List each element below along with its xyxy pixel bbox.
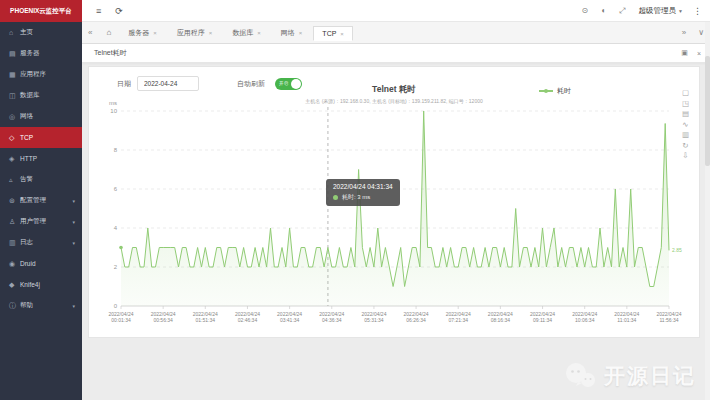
sidebar-item-http-icon: ◈ xyxy=(9,155,20,163)
more-options-icon[interactable]: ⋮ xyxy=(693,6,702,16)
sidebar-item-home[interactable]: ⌂主页 xyxy=(0,22,82,43)
svg-text:08:16:34: 08:16:34 xyxy=(491,317,511,323)
user-name: 超级管理员 xyxy=(638,6,676,15)
sidebar-item-servers-icon: ▤ xyxy=(9,50,20,58)
sidebar-item-label: Knife4j xyxy=(20,281,40,288)
sidebar-item-logs-icon: ▥ xyxy=(9,239,20,247)
sidebar-item-knife4j[interactable]: ◆Knife4j xyxy=(0,274,82,295)
page-scrollbar[interactable] xyxy=(705,22,710,400)
scrollbar-thumb[interactable] xyxy=(705,56,710,166)
sidebar-item-label: 帮助 xyxy=(20,301,33,310)
svg-text:2: 2 xyxy=(114,264,118,270)
chevron-down-icon: ▾ xyxy=(72,198,75,204)
tabs-scroll-right-icon[interactable]: » xyxy=(682,28,686,37)
chart-title: Telnet 耗时 xyxy=(89,84,699,96)
chevron-down-icon: ▾ xyxy=(72,219,75,225)
tabs-scroll-left-icon[interactable]: « xyxy=(88,28,92,37)
tabs-holder: 服务器×应用程序×数据库×网络×TCP× xyxy=(119,24,355,42)
svg-text:01:51:34: 01:51:34 xyxy=(196,317,216,323)
sidebar-item-label: 网络 xyxy=(20,112,33,121)
top-bar: ≡ ⟳ ⊙ ◐ ⤢ 超级管理员 ▼ ⋮ xyxy=(82,0,710,22)
tab-close-icon[interactable]: × xyxy=(299,30,303,36)
app-logo: PHOENIX云监控平台 xyxy=(0,0,82,22)
svg-text:06:26:34: 06:26:34 xyxy=(406,317,426,323)
tab-close-icon[interactable]: × xyxy=(153,30,157,36)
tab-label: 数据库 xyxy=(232,28,253,38)
sidebar-item-logs[interactable]: ▥日志▾ xyxy=(0,232,82,253)
sidebar-item-druid-icon: ◉ xyxy=(9,260,20,268)
menu-collapse-icon[interactable]: ≡ xyxy=(96,6,101,16)
sidebar-item-applications[interactable]: ▦应用程序 xyxy=(0,64,82,85)
svg-text:04:36:34: 04:36:34 xyxy=(322,317,342,323)
telnet-chart-card: 日期 自动刷新 开启 Telnet 耗时 主机名 (来源)：192.168.0.… xyxy=(88,66,700,338)
svg-text:10:06:34: 10:06:34 xyxy=(575,317,595,323)
sidebar-item-label: 日志 xyxy=(20,238,33,247)
chevron-down-icon: ▼ xyxy=(678,8,683,14)
sidebar-item-tcp[interactable]: ◇TCP xyxy=(0,127,82,148)
user-menu[interactable]: 超级管理员 ▼ xyxy=(638,6,683,16)
sidebar-item-users-icon: ♙ xyxy=(9,218,20,226)
tab-close-icon[interactable]: × xyxy=(257,30,261,36)
sidebar-menu: ⌂主页▤服务器▦应用程序◫数据库◎网络◇TCP◈HTTP▵告警⊛配置管理▾♙用户… xyxy=(0,22,82,316)
svg-text:8: 8 xyxy=(114,147,118,153)
sidebar-item-database[interactable]: ◫数据库 xyxy=(0,85,82,106)
sidebar-item-label: 告警 xyxy=(20,175,33,184)
sidebar-item-home-icon: ⌂ xyxy=(9,29,20,36)
tabs-chevron-down-icon[interactable]: ∨ xyxy=(698,28,704,37)
svg-text:05:31:34: 05:31:34 xyxy=(364,317,384,323)
tab-close-icon[interactable]: × xyxy=(340,31,344,37)
theme-icon[interactable]: ◐ xyxy=(601,6,606,15)
sidebar-item-config-icon: ⊛ xyxy=(9,197,20,205)
telnet-latency-chart: 0246810ms2022/04/2400:01:342022/04/2400:… xyxy=(95,97,695,329)
svg-text:09:11:34: 09:11:34 xyxy=(533,317,552,323)
tab-database[interactable]: 数据库× xyxy=(223,24,270,42)
tab-network[interactable]: 网络× xyxy=(272,24,312,42)
sidebar-item-label: 主页 xyxy=(20,28,33,37)
svg-text:02:46:34: 02:46:34 xyxy=(238,317,258,323)
sidebar-item-applications-icon: ▦ xyxy=(9,71,20,79)
sidebar-item-druid[interactable]: ◉Druid xyxy=(0,253,82,274)
tab-label: 服务器 xyxy=(128,28,149,38)
svg-text:03:41:34: 03:41:34 xyxy=(280,317,300,323)
sidebar-item-servers[interactable]: ▤服务器 xyxy=(0,43,82,64)
fullscreen-icon[interactable]: ⤢ xyxy=(619,6,625,16)
sidebar-item-alarm[interactable]: ▵告警 xyxy=(0,169,82,190)
sidebar: PHOENIX云监控平台 ⌂主页▤服务器▦应用程序◫数据库◎网络◇TCP◈HTT… xyxy=(0,0,82,400)
sidebar-item-config[interactable]: ⊛配置管理▾ xyxy=(0,190,82,211)
sidebar-item-label: Druid xyxy=(20,260,36,267)
sidebar-item-users[interactable]: ♙用户管理▾ xyxy=(0,211,82,232)
sidebar-item-knife4j-icon: ◆ xyxy=(9,281,20,289)
tab-servers[interactable]: 服务器× xyxy=(119,24,166,42)
sidebar-item-label: 应用程序 xyxy=(20,70,46,79)
tab-close-icon[interactable]: × xyxy=(209,30,213,36)
chevron-down-icon: ▾ xyxy=(72,303,75,309)
svg-text:6: 6 xyxy=(114,186,118,192)
svg-text:00:56:34: 00:56:34 xyxy=(153,317,173,323)
svg-text:4: 4 xyxy=(114,225,118,231)
svg-text:ms: ms xyxy=(109,100,117,106)
sidebar-item-tcp-icon: ◇ xyxy=(9,134,20,142)
tab-applications[interactable]: 应用程序× xyxy=(168,24,222,42)
window-restore-icon[interactable]: ▣ xyxy=(681,49,688,57)
svg-text:00:01:34: 00:01:34 xyxy=(111,317,131,323)
search-icon[interactable]: ⊙ xyxy=(582,6,589,15)
refresh-icon[interactable]: ⟳ xyxy=(115,6,123,16)
sidebar-item-label: 数据库 xyxy=(20,91,40,100)
sidebar-item-network[interactable]: ◎网络 xyxy=(0,106,82,127)
sidebar-item-network-icon: ◎ xyxy=(9,113,20,121)
legend-line-marker-icon xyxy=(539,90,553,92)
panel-close-icon[interactable]: × xyxy=(697,50,701,57)
sidebar-item-label: 服务器 xyxy=(20,49,40,58)
sidebar-item-database-icon: ◫ xyxy=(9,92,20,100)
tab-bar: « ⌂ 服务器×应用程序×数据库×网络×TCP× » ∨ xyxy=(82,22,710,44)
svg-text:0: 0 xyxy=(114,303,118,309)
page-title: Telnet耗时 xyxy=(94,48,127,58)
home-tab-icon[interactable]: ⌂ xyxy=(106,28,111,37)
legend-item-latency[interactable]: 耗时 xyxy=(539,86,571,96)
tab-tcp[interactable]: TCP× xyxy=(313,26,353,41)
sidebar-item-label: 配置管理 xyxy=(20,196,46,205)
sidebar-item-http[interactable]: ◈HTTP xyxy=(0,148,82,169)
svg-text:07:21:34: 07:21:34 xyxy=(448,317,468,323)
svg-text:11:56:34: 11:56:34 xyxy=(659,317,678,323)
sidebar-item-help[interactable]: ⓘ帮助▾ xyxy=(0,295,82,316)
